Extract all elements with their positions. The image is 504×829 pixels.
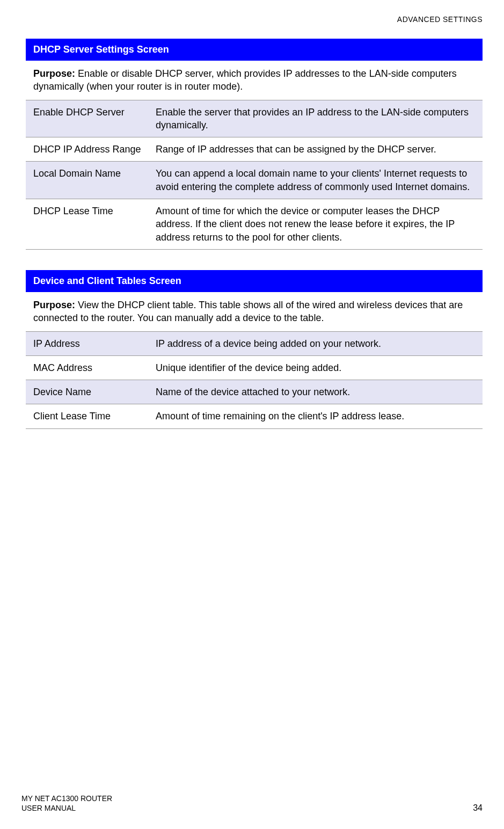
footer-manual: USER MANUAL <box>21 803 112 813</box>
table-row: Enable DHCP Server Enable the server tha… <box>26 100 483 138</box>
page-footer: MY NET AC1300 ROUTER USER MANUAL 34 <box>21 794 483 813</box>
row-desc: Amount of time remaining on the client's… <box>156 410 475 423</box>
table-row: Device Name Name of the device attached … <box>26 380 483 404</box>
page-content: DHCP Server Settings Screen Purpose: Ena… <box>26 39 483 429</box>
row-desc: Name of the device attached to your netw… <box>156 386 475 398</box>
row-desc: Range of IP addresses that can be assign… <box>156 143 475 156</box>
row-label: Local Domain Name <box>33 167 156 193</box>
row-label: IP Address <box>33 337 156 350</box>
row-label: Device Name <box>33 386 156 398</box>
table-row: DHCP Lease Time Amount of time for which… <box>26 199 483 250</box>
table-row: Local Domain Name You can append a local… <box>26 162 483 199</box>
purpose-label: Purpose: <box>33 300 78 310</box>
purpose-label: Purpose: <box>33 68 78 79</box>
row-label: Client Lease Time <box>33 410 156 423</box>
table-row: DHCP IP Address Range Range of IP addres… <box>26 137 483 162</box>
row-desc: Unique identifier of the device being ad… <box>156 361 475 374</box>
page-number: 34 <box>473 803 483 813</box>
row-label: MAC Address <box>33 361 156 374</box>
section-title: DHCP Server Settings Screen <box>26 39 483 61</box>
purpose-text: Enable or disable DHCP server, which pro… <box>33 68 457 92</box>
footer-left: MY NET AC1300 ROUTER USER MANUAL <box>21 794 112 813</box>
section-device-client-tables: Device and Client Tables Screen Purpose:… <box>26 270 483 429</box>
row-label: Enable DHCP Server <box>33 106 156 132</box>
purpose-text: View the DHCP client table. This table s… <box>33 300 463 323</box>
row-desc: Amount of time for which the device or c… <box>156 205 475 244</box>
row-desc: You can append a local domain name to yo… <box>156 167 475 193</box>
row-label: DHCP IP Address Range <box>33 143 156 156</box>
table-row: MAC Address Unique identifier of the dev… <box>26 356 483 380</box>
purpose-row: Purpose: Enable or disable DHCP server, … <box>26 61 483 100</box>
section-dhcp-server: DHCP Server Settings Screen Purpose: Ena… <box>26 39 483 250</box>
row-desc: Enable the server that provides an IP ad… <box>156 106 475 132</box>
row-label: DHCP Lease Time <box>33 205 156 244</box>
section-title: Device and Client Tables Screen <box>26 270 483 292</box>
row-desc: IP address of a device being added on yo… <box>156 337 475 350</box>
table-row: Client Lease Time Amount of time remaini… <box>26 404 483 428</box>
purpose-row: Purpose: View the DHCP client table. Thi… <box>26 292 483 332</box>
page-header-right: ADVANCED SETTINGS <box>21 15 483 24</box>
footer-product: MY NET AC1300 ROUTER <box>21 794 112 803</box>
table-row: IP Address IP address of a device being … <box>26 332 483 356</box>
